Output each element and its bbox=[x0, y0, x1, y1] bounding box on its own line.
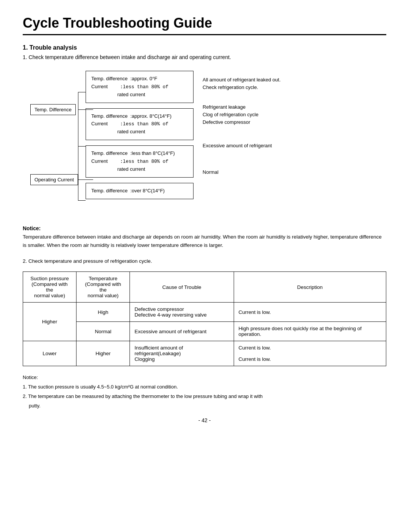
desc-2: Refrigerant leakageClog of refrigeration… bbox=[203, 102, 305, 128]
page-number: - 42 - bbox=[23, 417, 386, 423]
footer-note-1: 1. The suction pressure is usually 4.5~5… bbox=[23, 383, 386, 391]
cell-cause-1: Defective compressorDefective 4-way reve… bbox=[130, 303, 234, 322]
desc-1: All amount of refrigerant leaked out.Che… bbox=[203, 71, 305, 97]
right-descriptions: All amount of refrigerant leaked out.Che… bbox=[203, 71, 305, 181]
cell-lower: Lower bbox=[23, 341, 76, 366]
box-1: Temp. difference :approx. 0°F Current :l… bbox=[86, 71, 194, 103]
cell-desc-2: High pressure does not quickly rise at t… bbox=[234, 322, 386, 341]
cell-high: High bbox=[76, 303, 130, 322]
col-header-cause: Cause of Trouble bbox=[130, 272, 234, 303]
col-header-suction: Suction pressure(Compared with thenormal… bbox=[23, 272, 76, 303]
pressure-table: Suction pressure(Compared with thenormal… bbox=[23, 271, 386, 366]
footer-note-2: 2. The temperature can be measured by at… bbox=[23, 393, 386, 401]
diagram-area: Temp. Difference Operating Current Temp.… bbox=[30, 71, 386, 215]
cell-cause-3: Insufficient amount of refrigerant(Leaka… bbox=[130, 341, 234, 366]
center-boxes: Temp. difference :approx. 0°F Current :l… bbox=[86, 71, 194, 199]
cell-desc-3: Current is low.Current is low. bbox=[234, 341, 386, 366]
box-4: Temp. difference :over 8°C(14°F) bbox=[86, 183, 194, 199]
notice-body: Temperature difference between intake an… bbox=[23, 233, 386, 249]
desc-3: Excessive amount of refrigerant bbox=[203, 133, 305, 159]
col-header-temperature: Temperature(Compared with thenormal valu… bbox=[76, 272, 130, 303]
temp-difference-label: Temp. Difference bbox=[30, 104, 76, 115]
box-2: Temp. difference :approx. 8°C(14°F) Curr… bbox=[86, 108, 194, 140]
table-row: Lower Higher Insufficient amount of refr… bbox=[23, 341, 386, 366]
cell-desc-1: Current is low. bbox=[234, 303, 386, 322]
box-3: Temp. difference :less than 8°C(14°F) Cu… bbox=[86, 145, 194, 178]
section1-title: 1. Trouble analysis bbox=[23, 44, 386, 51]
notice-label: Notice: bbox=[23, 225, 386, 231]
cell-normal: Normal bbox=[76, 322, 130, 341]
desc-4: Normal bbox=[203, 164, 305, 181]
cell-higher-temp: Higher bbox=[76, 341, 130, 366]
table-header-row: Suction pressure(Compared with thenormal… bbox=[23, 272, 386, 303]
table-row: Normal Excessive amount of refrigerant H… bbox=[23, 322, 386, 341]
check2-text: 2. Check temperature and pressure of ref… bbox=[23, 258, 386, 264]
cell-higher: Higher bbox=[23, 303, 76, 341]
cell-cause-2: Excessive amount of refrigerant bbox=[130, 322, 234, 341]
title-divider bbox=[23, 34, 386, 35]
footer-notes: Notice: 1. The suction pressure is usual… bbox=[23, 374, 386, 410]
footer-note-2-cont: putty. bbox=[29, 402, 386, 410]
footer-notice-label: Notice: bbox=[23, 374, 386, 382]
notice-section: Notice: Temperature difference between i… bbox=[23, 225, 386, 249]
page-title: Cycle Troubleshooting Guide bbox=[23, 15, 386, 31]
intro-text: 1. Check temperature difference between … bbox=[23, 54, 386, 60]
col-header-description: Description bbox=[234, 272, 386, 303]
table-row: Higher High Defective compressorDefectiv… bbox=[23, 303, 386, 322]
operating-current-label: Operating Current bbox=[30, 174, 78, 185]
